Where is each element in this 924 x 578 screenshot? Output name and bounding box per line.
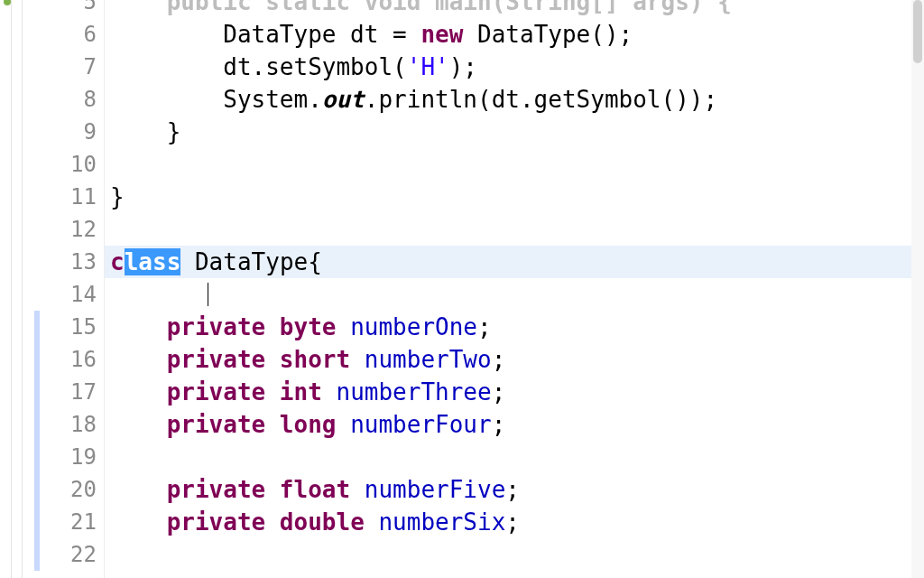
code-line[interactable]: private float numberFive; xyxy=(105,473,911,506)
code-line[interactable]: private long numberFour; xyxy=(105,408,911,441)
code-line[interactable]: class DataType{ xyxy=(105,246,911,278)
token-pln: DataType(); xyxy=(463,21,633,48)
code-line[interactable]: DataType dt = new DataType(); xyxy=(105,18,911,51)
token-dim: main(String[] xyxy=(435,0,633,15)
token-dim: void xyxy=(365,0,435,15)
token-pln xyxy=(350,346,365,373)
code-line[interactable] xyxy=(105,148,911,181)
code-line[interactable]: public static void main(String[] args) { xyxy=(105,0,911,18)
line-number-gutter: 5678910111213141516171819202122 xyxy=(0,0,105,578)
token-si: out xyxy=(322,86,365,113)
token-pln: } xyxy=(110,183,125,210)
line-number: 11 xyxy=(0,181,104,213)
token-k: private xyxy=(167,313,266,340)
line-number: 12 xyxy=(0,213,104,246)
override-marker-icon xyxy=(3,0,12,6)
token-pln xyxy=(265,313,280,340)
line-number: 16 xyxy=(0,343,104,376)
token-k: private xyxy=(167,476,266,503)
token-dim: static xyxy=(265,0,365,15)
token-k: private xyxy=(167,346,266,373)
token-pln: ; xyxy=(492,346,506,373)
token-pln xyxy=(336,313,350,340)
code-line[interactable]: private int numberThree; xyxy=(105,376,911,408)
token-pln: DataType dt = xyxy=(223,21,420,48)
code-area[interactable]: public static void main(String[] args) {… xyxy=(105,0,924,578)
token-str: 'H' xyxy=(407,53,449,80)
line-number: 18 xyxy=(0,408,104,441)
code-line[interactable]: private byte numberOne; xyxy=(105,311,911,343)
token-pln xyxy=(265,411,280,438)
token-pln xyxy=(336,411,350,438)
token-fld: numberSix xyxy=(378,508,505,536)
code-line[interactable]: } xyxy=(105,116,911,148)
vertical-scrollbar[interactable] xyxy=(911,0,924,578)
token-pln: dt.setSymbol( xyxy=(223,53,407,80)
line-number: 15 xyxy=(0,311,104,343)
code-line[interactable] xyxy=(105,441,911,473)
token-pln xyxy=(265,476,280,503)
line-number: 7 xyxy=(0,51,104,83)
token-pln xyxy=(350,476,365,503)
line-number: 21 xyxy=(0,506,104,538)
scrollbar-thumb[interactable] xyxy=(913,0,922,63)
token-pln: ; xyxy=(505,476,520,503)
token-fld: numberThree xyxy=(336,378,491,406)
token-pln: ); xyxy=(449,53,477,80)
line-number: 10 xyxy=(0,148,104,181)
token-pln: .println(dt.getSymbol()); xyxy=(365,86,717,113)
token-k: private xyxy=(167,508,266,536)
token-pln: ; xyxy=(492,411,506,438)
code-line[interactable] xyxy=(105,278,911,311)
token-dim: args xyxy=(633,0,689,15)
code-editor[interactable]: 5678910111213141516171819202122 public s… xyxy=(0,0,924,578)
code-line[interactable]: dt.setSymbol('H'); xyxy=(105,51,911,83)
code-line[interactable]: private double numberSix; xyxy=(105,506,911,538)
code-line[interactable]: System.out.println(dt.getSymbol()); xyxy=(105,83,911,116)
code-line[interactable] xyxy=(105,538,911,571)
token-fld: numberTwo xyxy=(365,346,492,373)
token-k: private xyxy=(167,378,266,406)
token-dim: public xyxy=(167,0,266,15)
svg-point-0 xyxy=(4,0,11,5)
token-dim: ) { xyxy=(689,0,732,15)
token-pln xyxy=(265,346,280,373)
line-number: 9 xyxy=(0,116,104,148)
line-number: 19 xyxy=(0,441,104,473)
line-number: 8 xyxy=(0,83,104,116)
token-kt: double xyxy=(280,508,365,536)
line-number: 22 xyxy=(0,538,104,571)
token-pln xyxy=(365,508,379,536)
token-pln: } xyxy=(167,118,181,145)
line-number: 13 xyxy=(0,246,104,278)
token-k: new xyxy=(420,21,463,48)
line-number: 20 xyxy=(0,473,104,506)
token-kt: short xyxy=(280,346,350,373)
token-kt: float xyxy=(280,476,350,503)
line-number: 6 xyxy=(0,18,104,51)
code-line[interactable] xyxy=(105,213,911,246)
code-line[interactable]: private short numberTwo; xyxy=(105,343,911,376)
token-pln: System. xyxy=(223,86,322,113)
token-fld: numberFour xyxy=(350,411,492,438)
token-pln: ; xyxy=(505,508,520,536)
token-kt: long xyxy=(280,411,337,438)
token-pln xyxy=(265,378,280,406)
token-kt: byte xyxy=(280,313,337,340)
token-pln: ; xyxy=(492,378,506,406)
token-pln xyxy=(322,378,337,406)
text-caret xyxy=(208,283,208,306)
token-fld: numberOne xyxy=(350,313,477,340)
code-line[interactable]: } xyxy=(105,181,911,213)
line-number: 14 xyxy=(0,278,104,311)
line-number: 5 xyxy=(0,0,104,18)
token-pln xyxy=(265,508,280,536)
token-fld: numberFive xyxy=(365,476,506,503)
token-pln: ; xyxy=(477,313,492,340)
token-kt: int xyxy=(280,378,322,406)
line-number: 17 xyxy=(0,376,104,408)
token-k: private xyxy=(167,411,266,438)
